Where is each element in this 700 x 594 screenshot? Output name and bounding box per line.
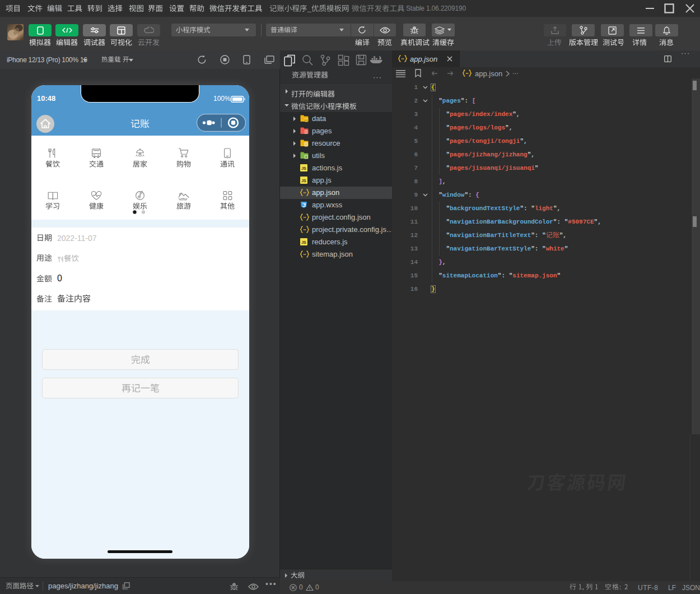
svg-text:JS: JS	[301, 166, 306, 170]
svg-text:JS: JS	[301, 179, 306, 183]
svg-text:JS: JS	[301, 240, 306, 244]
